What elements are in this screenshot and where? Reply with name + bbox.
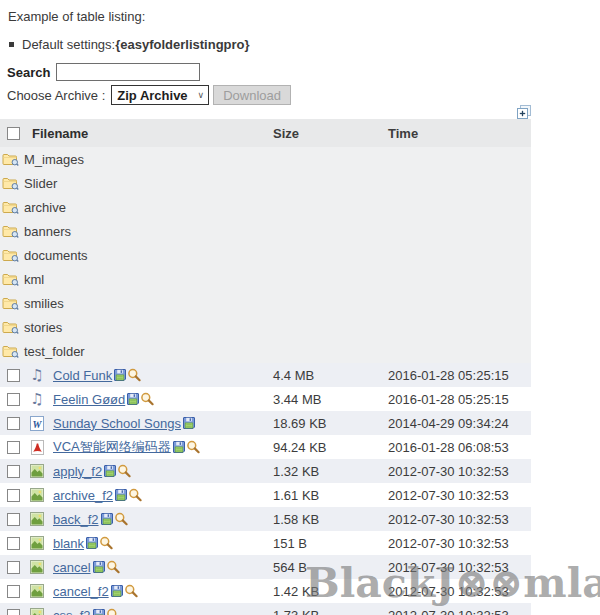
default-settings-label: Default settings: (22, 37, 115, 52)
folder-name[interactable]: banners (24, 224, 71, 239)
magnifier-icon[interactable] (186, 440, 201, 454)
save-disk-icon[interactable] (114, 488, 128, 502)
row-checkbox[interactable] (7, 585, 20, 598)
folder-row[interactable]: Slider (0, 171, 531, 195)
folder-row[interactable]: documents (0, 243, 531, 267)
file-main-cell: ♫ Feelin Gøød (0, 392, 273, 407)
folder-row[interactable]: M_images (0, 147, 531, 171)
expand-plus-icon[interactable] (517, 105, 531, 119)
row-checkbox[interactable] (7, 513, 20, 526)
row-checkbox[interactable] (7, 537, 20, 550)
magnifier-icon[interactable] (106, 560, 121, 574)
file-link[interactable]: cancel_f2 (53, 584, 109, 599)
save-disk-icon[interactable] (85, 536, 99, 550)
file-main-cell: cancel_f2 (0, 584, 273, 599)
file-size: 1.73 KB (273, 608, 388, 615)
save-disk-icon[interactable] (110, 584, 124, 598)
magnifier-icon[interactable] (117, 464, 132, 478)
audio-file-icon: ♫ (29, 392, 45, 406)
file-time: 2012-07-30 10:32:53 (388, 584, 531, 599)
column-header-filename[interactable]: Filename (32, 126, 273, 141)
row-checkbox[interactable] (7, 393, 20, 406)
folder-name[interactable]: kml (24, 272, 44, 287)
file-link[interactable]: css_f2 (53, 608, 91, 615)
save-disk-icon[interactable] (92, 608, 106, 615)
save-disk-icon[interactable] (100, 512, 114, 526)
row-checkbox[interactable] (7, 441, 20, 454)
file-link[interactable]: archive_f2 (53, 488, 113, 503)
file-size: 564 B (273, 560, 388, 575)
row-checkbox[interactable] (7, 369, 20, 382)
folder-row[interactable]: banners (0, 219, 531, 243)
folder-magnify-icon (2, 320, 19, 334)
file-main-cell: VCA智能网络编码器 (0, 438, 273, 456)
file-link[interactable]: blank (53, 536, 84, 551)
music-note-glyph: ♫ (30, 368, 43, 382)
select-all-checkbox[interactable] (7, 127, 20, 140)
chevron-down-icon: ∨ (198, 90, 205, 100)
file-size: 18.69 KB (273, 416, 388, 431)
file-size: 3.44 MB (273, 392, 388, 407)
save-disk-icon[interactable] (92, 560, 106, 574)
file-row: ♫ Feelin Gøød (0, 387, 531, 411)
file-link[interactable]: Cold Funk (53, 368, 112, 383)
file-row: blank 151 B 2012-07-30 10:32:53 (0, 531, 531, 555)
file-link[interactable]: VCA智能网络编码器 (53, 438, 171, 456)
file-link[interactable]: Sunday School Songs (53, 416, 181, 431)
magnifier-icon[interactable] (140, 392, 155, 406)
folder-name[interactable]: documents (24, 248, 88, 263)
file-row: back_f2 1.58 KB 2012-07-30 10:32:53 (0, 507, 531, 531)
file-time: 2016-01-28 05:25:15 (388, 368, 531, 383)
file-time: 2014-04-29 09:34:24 (388, 416, 531, 431)
file-time: 2012-07-30 10:32:53 (388, 464, 531, 479)
folder-row[interactable]: archive (0, 195, 531, 219)
choose-archive-label: Choose Archive : (7, 88, 105, 103)
file-time: 2016-01-28 06:08:53 (388, 440, 531, 455)
folder-name[interactable]: archive (24, 200, 66, 215)
save-disk-icon[interactable] (182, 416, 196, 430)
search-input[interactable] (56, 63, 200, 81)
magnifier-icon[interactable] (106, 608, 121, 615)
row-checkbox[interactable] (7, 609, 20, 615)
file-main-cell: blank (0, 536, 273, 551)
magnifier-icon[interactable] (114, 512, 129, 526)
archive-select[interactable]: Zip Archive ∨ (111, 85, 209, 105)
folder-name[interactable]: stories (24, 320, 62, 335)
column-header-time[interactable]: Time (388, 126, 531, 141)
save-disk-icon[interactable] (113, 368, 127, 382)
magnifier-icon[interactable] (99, 536, 114, 550)
file-time: 2012-07-30 10:32:53 (388, 560, 531, 575)
magnifier-icon[interactable] (124, 584, 139, 598)
folder-magnify-icon (2, 248, 19, 262)
music-note-glyph: ♫ (30, 392, 43, 406)
folder-row[interactable]: test_folder (0, 339, 531, 363)
magnifier-icon[interactable] (128, 488, 143, 502)
folder-row[interactable]: kml (0, 267, 531, 291)
file-link[interactable]: back_f2 (53, 512, 99, 527)
folder-name[interactable]: test_folder (24, 344, 85, 359)
folder-row[interactable]: stories (0, 315, 531, 339)
row-checkbox[interactable] (7, 465, 20, 478)
save-disk-icon[interactable] (172, 440, 186, 454)
folder-name[interactable]: smilies (24, 296, 64, 311)
row-checkbox[interactable] (7, 561, 20, 574)
save-disk-icon[interactable] (126, 392, 140, 406)
folder-name[interactable]: Slider (24, 176, 57, 191)
pdf-file-icon (29, 440, 45, 455)
archive-select-value: Zip Archive (117, 88, 187, 103)
magnifier-icon[interactable] (127, 368, 142, 382)
folder-row[interactable]: smilies (0, 291, 531, 315)
row-checkbox[interactable] (7, 489, 20, 502)
folder-name[interactable]: M_images (24, 152, 84, 167)
column-header-size[interactable]: Size (273, 126, 388, 141)
file-link[interactable]: apply_f2 (53, 464, 102, 479)
audio-file-icon: ♫ (29, 368, 45, 382)
row-checkbox[interactable] (7, 417, 20, 430)
file-link[interactable]: cancel (53, 560, 91, 575)
file-time: 2012-07-30 10:32:53 (388, 608, 531, 615)
default-settings-line: Default settings: {easyfolderlistingpro} (9, 37, 600, 52)
file-link[interactable]: Feelin Gøød (53, 392, 125, 407)
download-button[interactable]: Download (213, 85, 291, 105)
save-disk-icon[interactable] (103, 464, 117, 478)
file-size: 151 B (273, 536, 388, 551)
